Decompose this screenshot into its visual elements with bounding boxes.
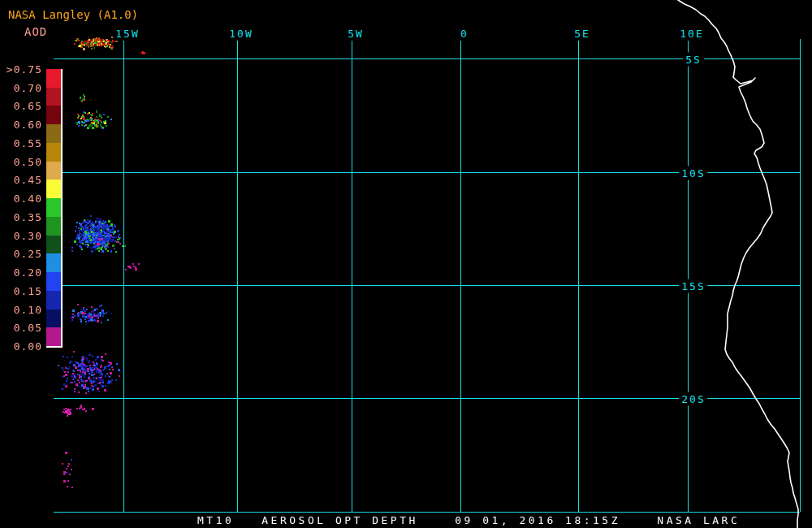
colorbar-tick-label: 0.20 [0,266,42,279]
colorbar-tick-label: 0.40 [0,193,42,205]
gridline-vertical [578,39,579,512]
aod-map-product: NASA Langley (A1.0) AOD >0.750.700.650.6… [0,0,812,528]
colorbar-tick-label: 0.25 [0,248,42,260]
lon-label: 10E [678,27,705,41]
colorbar-tick-label: 0.45 [0,174,42,186]
lat-label: 10S [679,167,707,180]
colorbar-tick-label: 0.65 [0,100,42,112]
gridline-vertical [123,39,124,512]
aod-label: AOD [24,25,47,38]
product-title: NASA Langley (A1.0) [8,8,138,21]
colorbar-tick-label: >0.75 [0,63,42,76]
lon-label: 10W [227,27,254,41]
colorbar-tick-label: 0.55 [0,137,42,149]
colorbar-tick-label: 0.05 [0,322,42,334]
gridline-vertical [460,39,461,512]
lon-label: 0 [459,27,470,41]
colorbar-tick-label: 0.35 [0,211,42,223]
colorbar-tick-label: 0.10 [0,304,42,316]
aerosol-data-layer [0,0,812,528]
gridline-horizontal [54,512,800,513]
colorbar-frame [46,69,63,348]
colorbar-tick-label: 0.15 [0,285,42,297]
lon-label: 5W [346,27,365,41]
colorbar-tick-label: 0.60 [0,119,42,131]
lon-label: 5E [572,27,592,41]
gridline-vertical [352,39,352,512]
colorbar-tick-label: 0.70 [0,82,42,94]
colorbar-tick-label: 0.30 [0,230,42,242]
gridline-vertical [688,39,689,512]
lon-label: 15W [114,27,140,41]
lat-label: 15S [679,279,707,293]
lat-label: 5S [683,53,704,67]
colorbar-tick-label: 0.00 [0,340,42,353]
gridline-vertical [800,39,801,512]
footer-caption: MT10 AEROSOL OPT DEPTH 09 01, 2016 18:15… [197,514,740,526]
gridline-vertical [237,39,238,512]
colorbar-tick-label: 0.50 [0,156,42,168]
lat-label: 20S [679,392,707,406]
